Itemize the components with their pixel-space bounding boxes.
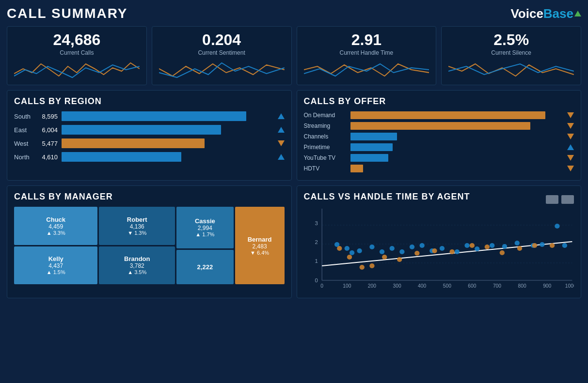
- logo-triangle-icon: [574, 11, 581, 16]
- region-label-south: South: [14, 113, 34, 120]
- region-bar-container-west: [62, 138, 272, 148]
- calls-by-offer-panel: CALLS BY OFFER On Demand Streaming Chann…: [297, 90, 582, 181]
- treemap-col-3: Bernard 2,483 ▼ 6.4%: [235, 207, 285, 284]
- svg-text:0: 0: [315, 277, 318, 283]
- svg-point-51: [449, 249, 454, 254]
- treemap-pct-cassie: ▲ 1.7%: [195, 231, 214, 237]
- svg-point-45: [359, 265, 364, 270]
- svg-point-40: [540, 242, 544, 247]
- offer-bar-hdtv: [350, 165, 363, 172]
- svg-text:300: 300: [393, 283, 401, 289]
- svg-point-44: [347, 255, 351, 260]
- kpi-value-calls: 24,686: [53, 31, 100, 48]
- calls-by-offer-title: CALLS BY OFFER: [304, 96, 574, 107]
- region-row-south: South 8,595: [14, 111, 285, 121]
- region-row-west: West 5,477: [14, 138, 285, 148]
- treemap-pct-kelly: ▲ 1.5%: [47, 269, 65, 275]
- svg-point-53: [484, 245, 489, 249]
- offer-bar-primetime: [350, 143, 393, 151]
- treemap-cell-brandon: Brandon 3,782 ▲ 3.5%: [99, 246, 175, 285]
- kpi-label-silence: Current Silence: [491, 49, 531, 56]
- region-label-west: West: [14, 140, 34, 147]
- arrow-down-icon-streaming: [567, 123, 574, 129]
- svg-point-46: [369, 263, 374, 268]
- treemap-num-chuck: 4,459: [48, 223, 63, 230]
- region-bar-container-south: [62, 111, 272, 121]
- scatter-dropdowns: [546, 195, 574, 204]
- treemap-num-brandon: 3,782: [130, 262, 144, 269]
- region-bar-west: [62, 138, 205, 148]
- treemap-pct-bernard: ▼ 6.4%: [250, 250, 269, 256]
- svg-text:500: 500: [443, 283, 451, 289]
- svg-point-24: [357, 248, 362, 253]
- svg-point-27: [389, 246, 394, 251]
- logo-voice: Voice: [510, 6, 543, 21]
- svg-point-33: [454, 249, 459, 254]
- scatter-header: CALLS VS HANDLE TIME BY AGENT: [304, 192, 574, 207]
- svg-point-34: [464, 243, 469, 248]
- offer-row-primetime: Primetime: [304, 143, 574, 151]
- treemap-cell-bernard: Bernard 2,483 ▼ 6.4%: [235, 207, 285, 284]
- svg-text:100: 100: [343, 283, 351, 289]
- offer-bar-ondemand: [350, 111, 546, 119]
- svg-point-57: [549, 243, 554, 248]
- region-label-east: East: [14, 126, 34, 134]
- svg-point-38: [514, 241, 519, 245]
- kpi-label-sentiment: Current Sentiment: [198, 49, 245, 56]
- treemap-col-2: Cassie 2,994 ▲ 1.7% 2,222: [176, 207, 234, 284]
- treemap-cell-chuck: Chuck 4,459 ▲ 3.3%: [14, 207, 97, 245]
- treemap-cell-kelly: Kelly 4,437 ▲ 1.5%: [14, 246, 97, 285]
- svg-text:800: 800: [518, 283, 526, 289]
- svg-point-47: [382, 255, 387, 260]
- region-value-west: 5,477: [38, 140, 58, 147]
- offer-label-streaming: Streaming: [304, 123, 348, 129]
- svg-point-41: [555, 224, 559, 229]
- offer-bar-youtubetv: [350, 154, 389, 162]
- treemap-pct-brandon: ▲ 3.5%: [127, 269, 146, 275]
- treemap-col-0: Chuck 4,459 ▲ 3.3% Kelly 4,437 ▲ 1.5%: [14, 207, 97, 284]
- region-bar-south: [62, 111, 246, 121]
- offer-row-youtubetv: YouTube TV: [304, 154, 574, 162]
- region-bar-container-east: [62, 125, 272, 135]
- svg-text:600: 600: [468, 283, 477, 289]
- svg-text:0: 0: [320, 283, 323, 289]
- treemap-name-bernard: Bernard: [248, 236, 272, 243]
- offer-bar-container-youtubetv: [350, 154, 563, 162]
- offer-row-channels: Channels: [304, 133, 574, 140]
- bot-row: CALLS BY MANAGER Chuck 4,459 ▲ 3.3% Kell…: [7, 185, 581, 298]
- treemap-cell-robert: Robert 4,136 ▼ 1.3%: [99, 207, 175, 245]
- calls-by-manager-panel: CALLS BY MANAGER Chuck 4,459 ▲ 3.3% Kell…: [7, 185, 292, 298]
- arrow-down-icon-channels: [567, 134, 574, 139]
- treemap-name-2222: 2,222: [197, 263, 213, 271]
- arrow-down-icon-ondemand: [567, 112, 574, 118]
- offer-label-channels: Channels: [304, 133, 348, 140]
- scatter-dropdown-1[interactable]: [546, 195, 558, 204]
- offer-label-youtubetv: YouTube TV: [304, 154, 348, 161]
- treemap-pct-robert: ▼ 1.3%: [127, 230, 146, 236]
- arrow-up-icon-north: [278, 154, 285, 160]
- treemap-num-robert: 4,136: [130, 223, 144, 230]
- kpi-value-silence: 2.5%: [493, 31, 529, 48]
- svg-point-23: [349, 250, 354, 255]
- svg-text:2: 2: [315, 239, 318, 245]
- offer-label-primetime: Primetime: [304, 144, 348, 151]
- arrow-down-icon-hdtv: [567, 166, 574, 171]
- sparkline-handle-time: [304, 59, 429, 81]
- svg-point-26: [379, 249, 384, 254]
- kpi-value-handle-time: 2.91: [351, 31, 381, 48]
- offer-label-ondemand: On Demand: [304, 112, 348, 119]
- treemap-cell-cassie: Cassie 2,994 ▲ 1.7%: [176, 207, 234, 248]
- kpi-row: 24,686 Current Calls 0.204 Current Senti…: [7, 26, 581, 85]
- calls-by-region-title: CALLS BY REGION: [14, 96, 285, 107]
- treemap-num-bernard: 2,483: [253, 243, 267, 250]
- svg-point-49: [414, 251, 419, 256]
- calls-by-manager-title: CALLS BY MANAGER: [14, 192, 285, 202]
- offer-row-ondemand: On Demand: [304, 111, 574, 119]
- arrow-down-icon-youtubetv: [567, 155, 574, 161]
- treemap-name-cassie: Cassie: [195, 217, 215, 225]
- offer-bar-streaming: [350, 122, 531, 130]
- kpi-card-silence: 2.5% Current Silence: [441, 26, 581, 85]
- scatter-dropdown-2[interactable]: [561, 195, 574, 204]
- svg-point-36: [490, 243, 494, 248]
- svg-text:1000: 1000: [565, 283, 574, 289]
